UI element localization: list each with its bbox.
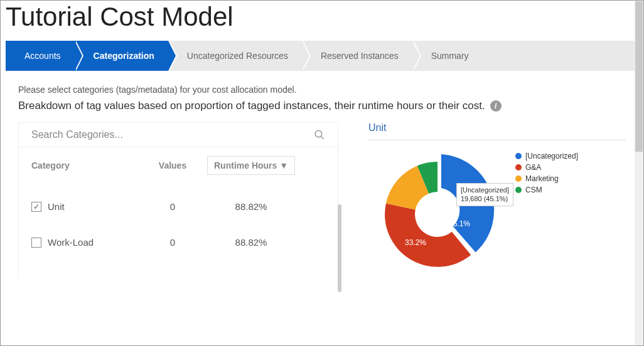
header-category: Category <box>31 160 138 170</box>
chart-title: Unit <box>368 122 626 140</box>
table-row[interactable]: Work-Load 0 88.82% <box>19 224 338 260</box>
step-reserved-instances[interactable]: Reserved Instances <box>302 41 412 71</box>
step-accounts[interactable]: Accounts <box>6 41 75 71</box>
chart-panel: Unit 45.1% 33.2% <box>368 122 626 277</box>
wizard-stepper: Accounts Categorization Uncategorized Re… <box>6 41 638 71</box>
step-uncategorized-resources[interactable]: Uncategorized Resources <box>168 41 302 71</box>
donut-chart: 45.1% 33.2% [Uncategorized] 19,680 (45.1… <box>368 152 507 277</box>
header-values: Values <box>138 160 207 170</box>
table-row[interactable]: ✓ Unit 0 88.82% <box>19 189 338 224</box>
row-label: Unit <box>48 201 138 212</box>
legend-item[interactable]: [Uncategorized] <box>515 152 578 160</box>
legend-item[interactable]: Marketing <box>515 174 578 183</box>
search-icon[interactable] <box>314 129 325 140</box>
svg-line-1 <box>321 136 324 139</box>
chart-tooltip: [Uncategorized] 19,680 (45.1%) <box>456 183 513 206</box>
chart-legend: [Uncategorized] G&A Marketing CSM <box>515 152 578 197</box>
sort-desc-icon: ▼ <box>279 160 288 170</box>
checkbox-workload[interactable] <box>31 238 41 248</box>
instruction-text-2: Breakdown of tag values based on proport… <box>1 97 643 122</box>
svg-point-0 <box>315 130 322 137</box>
row-runtime: 88.82% <box>207 201 295 212</box>
table-header-row: Category Values Runtime Hours ▼ <box>19 147 338 189</box>
window-scrollbar[interactable] <box>635 1 643 345</box>
legend-item[interactable]: CSM <box>515 186 578 194</box>
instruction-text-1: Please select categories (tags/metadata)… <box>1 71 643 97</box>
info-icon[interactable]: i <box>490 100 502 112</box>
step-categorization[interactable]: Categorization <box>75 41 168 71</box>
step-summary[interactable]: Summary <box>412 41 483 71</box>
row-values: 0 <box>138 201 207 212</box>
pie-slice-ga[interactable] <box>385 203 471 266</box>
scrollbar-thumb[interactable] <box>338 204 341 292</box>
header-runtime-sort[interactable]: Runtime Hours ▼ <box>207 156 295 175</box>
checkbox-unit[interactable]: ✓ <box>31 202 41 212</box>
row-runtime: 88.82% <box>207 237 295 248</box>
page-title: Tutorial Cost Model <box>1 1 643 41</box>
row-values: 0 <box>138 237 207 248</box>
row-label: Work-Load <box>48 237 138 248</box>
legend-item[interactable]: G&A <box>515 163 578 172</box>
categories-panel: Category Values Runtime Hours ▼ ✓ Unit 0… <box>18 122 338 277</box>
search-input[interactable] <box>31 129 314 140</box>
window-scrollbar-thumb[interactable] <box>635 1 643 152</box>
slice-label-uncat: 45.1% <box>449 219 470 228</box>
slice-label-ga: 33.2% <box>405 238 426 247</box>
